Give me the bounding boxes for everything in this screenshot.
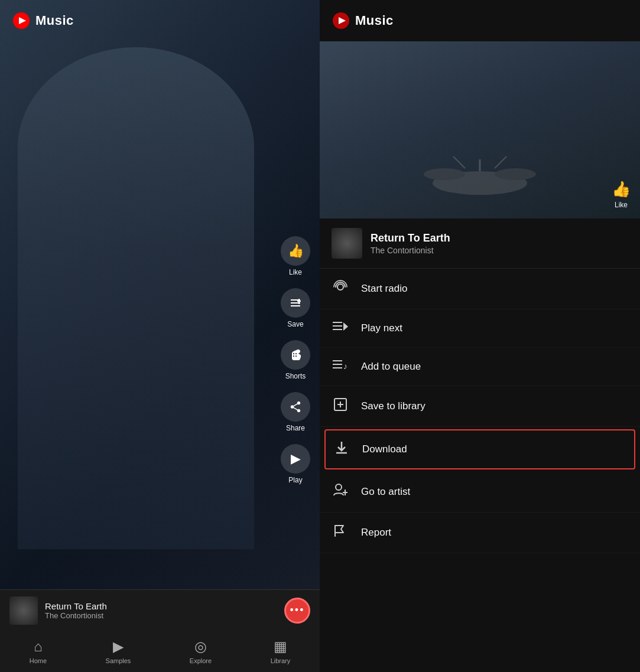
share-button[interactable]: Share (281, 392, 310, 432)
menu-item-save-library[interactable]: Save to library (320, 386, 640, 427)
now-playing-info: Return To Earth The Contortionist (0, 596, 284, 625)
right-youtube-music-icon (332, 11, 350, 30)
track-info: Return To Earth The Contortionist (45, 601, 275, 620)
save-label: Save (287, 320, 303, 328)
start-radio-label: Start radio (361, 283, 407, 295)
now-playing-bar: Return To Earth The Contortionist ••• (0, 589, 320, 631)
save-library-label: Save to library (361, 400, 425, 412)
share-label: Share (286, 424, 305, 432)
menu-item-download[interactable]: Download (324, 429, 635, 469)
more-options-button[interactable]: ••• (284, 598, 310, 624)
menu-item-add-to-queue[interactable]: ♪ Add to queue (320, 348, 640, 386)
go-artist-icon (332, 482, 349, 501)
nav-samples-label: Samples (106, 657, 131, 664)
library-icon: ▦ (274, 638, 287, 655)
menu-item-go-artist[interactable]: Go to artist (320, 472, 640, 513)
explore-icon: ◎ (194, 638, 207, 655)
song-details: Return To Earth The Contortionist (371, 232, 450, 255)
home-icon: ⌂ (34, 638, 43, 655)
download-icon (333, 440, 350, 459)
save-library-icon (332, 397, 349, 416)
right-header: Music (320, 0, 640, 41)
context-menu: Start radio Play next ♪ (320, 269, 640, 672)
youtube-music-icon (12, 11, 31, 30)
app-title-left: Music (35, 13, 74, 28)
menu-item-start-radio[interactable]: Start radio (320, 269, 640, 309)
add-to-queue-icon: ♪ (332, 358, 349, 375)
song-info-row: Return To Earth The Contortionist (320, 218, 640, 269)
play-next-icon (332, 320, 349, 337)
left-header: Music (0, 0, 320, 41)
album-thumbnail (9, 596, 38, 625)
start-radio-icon (332, 279, 349, 298)
nav-home[interactable]: ⌂ Home (30, 638, 47, 664)
menu-item-report[interactable]: Report (320, 513, 640, 553)
samples-icon: ▶ (113, 638, 124, 655)
drum-visual (406, 154, 554, 201)
song-artist: The Contortionist (371, 246, 450, 255)
report-label: Report (361, 527, 391, 539)
track-artist: The Contortionist (45, 611, 275, 620)
like-icon: 👍 (281, 236, 310, 266)
play-icon: ▶ (281, 444, 310, 474)
video-thumbnail: 👍 Like (320, 41, 640, 218)
like-overlay[interactable]: 👍 Like (612, 180, 631, 209)
nav-explore[interactable]: ◎ Explore (190, 638, 212, 664)
right-logo: Music (332, 11, 394, 30)
like-button[interactable]: 👍 Like (281, 236, 310, 276)
album-art (9, 596, 38, 625)
play-button[interactable]: ▶ Play (281, 444, 310, 484)
like-overlay-label: Like (615, 201, 628, 209)
go-artist-label: Go to artist (361, 486, 410, 498)
save-icon (281, 288, 310, 318)
nav-samples[interactable]: ▶ Samples (106, 638, 131, 664)
shorts-button[interactable]: Shorts (281, 340, 310, 380)
svg-point-10 (424, 168, 465, 180)
svg-point-15 (337, 284, 343, 290)
shorts-icon (281, 340, 310, 370)
share-icon (281, 392, 310, 422)
nav-library[interactable]: ▦ Library (271, 638, 291, 664)
ellipsis-icon: ••• (290, 604, 305, 616)
add-to-queue-label: Add to queue (361, 361, 421, 373)
right-panel: Music 👍 Like Return To Earth The Contort… (320, 0, 640, 672)
menu-item-play-next[interactable]: Play next (320, 309, 640, 348)
svg-point-11 (495, 168, 536, 180)
track-title: Return To Earth (45, 601, 275, 611)
nav-explore-label: Explore (190, 657, 212, 664)
shorts-label: Shorts (285, 372, 306, 380)
svg-text:♪: ♪ (343, 361, 347, 371)
action-buttons: 👍 Like Save Shorts (281, 236, 310, 484)
like-label: Like (289, 268, 302, 276)
svg-point-29 (336, 484, 342, 490)
song-title: Return To Earth (371, 232, 450, 244)
svg-line-13 (453, 156, 465, 168)
report-icon (332, 523, 349, 542)
play-label: Play (288, 476, 302, 484)
save-button[interactable]: Save (281, 288, 310, 328)
left-panel: Music 👍 Like Save (0, 0, 320, 672)
download-label: Download (362, 443, 407, 455)
nav-library-label: Library (271, 657, 291, 664)
bottom-nav: ⌂ Home ▶ Samples ◎ Explore ▦ Library (0, 631, 320, 672)
person-visual (18, 47, 254, 549)
logo: Music (12, 11, 74, 30)
svg-line-14 (495, 156, 506, 168)
like-overlay-icon: 👍 (612, 180, 631, 198)
app-title-right: Music (355, 13, 394, 28)
svg-marker-19 (343, 322, 348, 331)
song-album-art (332, 228, 362, 259)
nav-home-label: Home (30, 657, 47, 664)
play-next-label: Play next (361, 322, 402, 334)
